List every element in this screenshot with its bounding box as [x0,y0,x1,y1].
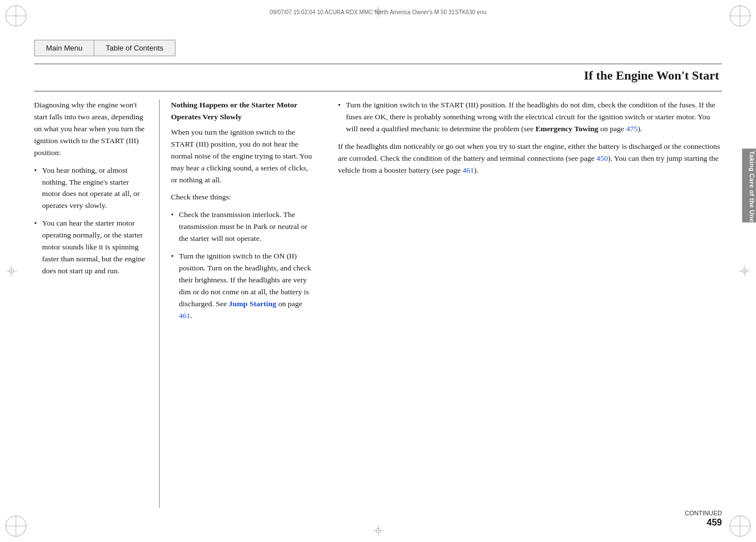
right-para-link2[interactable]: 461 [462,166,474,174]
content-area: Diagnosing why the engine won't start fa… [34,99,722,508]
middle-bullet2-end: . [190,311,192,320]
emergency-towing-link[interactable]: Emergency Towing [536,124,599,133]
corner-decoration-bl [5,515,27,537]
right-bullet1-end: ). [638,124,642,133]
main-menu-button[interactable]: Main Menu [35,40,94,56]
list-item: You can hear the starter motor operating… [34,218,148,277]
nav-bar: Main Menu Table of Contents [34,40,176,56]
jump-starting-link[interactable]: Jump Starting [229,299,277,308]
middle-section-title: Nothing Happens or the Starter Motor Ope… [171,99,315,123]
list-item: Turn the ignition switch to the ON (II) … [171,251,315,322]
list-item: Check the transmission interlock. The tr… [171,209,315,245]
table-of-contents-button[interactable]: Table of Contents [94,40,174,56]
right-para: If the headlights dim noticeably or go o… [338,141,722,177]
title-rule [34,91,722,91]
left-column: Diagnosing why the engine won't start fa… [34,99,159,508]
middle-intro: When you turn the ignition switch to the… [171,127,315,186]
list-item: You hear nothing, or almost nothing. The… [34,165,148,212]
middle-column: Nothing Happens or the Starter Motor Ope… [159,99,327,508]
top-rule [34,64,722,64]
right-bullet1-text: Turn the ignition switch to the START (I… [346,101,715,133]
emergency-towing-page-link[interactable]: 475 [626,124,637,133]
middle-bullet-list: Check the transmission interlock. The tr… [171,209,315,322]
page-title: If the Engine Won't Start [584,68,719,83]
bottom-area: CONTINUED 459 [34,510,722,528]
crosshair-right [739,265,750,277]
side-tab: Taking Care of the Unexpected [742,149,756,223]
corner-decoration-br [729,515,751,537]
corner-decoration-tr [729,5,751,27]
jump-starting-page-link[interactable]: 461 [179,311,190,320]
right-para-link1[interactable]: 450 [596,154,608,162]
right-para-end: ). [474,166,479,174]
right-bullet1-suffix: on page [598,124,626,133]
right-bullet-list: Turn the ignition switch to the START (I… [338,99,722,135]
middle-bullet2-suffix: on page [277,299,303,308]
list-item: Turn the ignition switch to the START (I… [338,99,722,135]
right-column: Turn the ignition switch to the START (I… [327,99,722,508]
continued-label: CONTINUED [685,510,722,516]
left-bullet-list: You hear nothing, or almost nothing. The… [34,165,148,277]
check-label: Check these things: [171,191,315,203]
left-intro: Diagnosing why the engine won't start fa… [34,99,148,159]
corner-decoration-tl [5,5,27,27]
page-number: 459 [707,518,722,528]
print-info: 09/07/07 15:02:04 10 ACURA RDX MMC North… [270,9,487,15]
crosshair-left [6,265,17,277]
